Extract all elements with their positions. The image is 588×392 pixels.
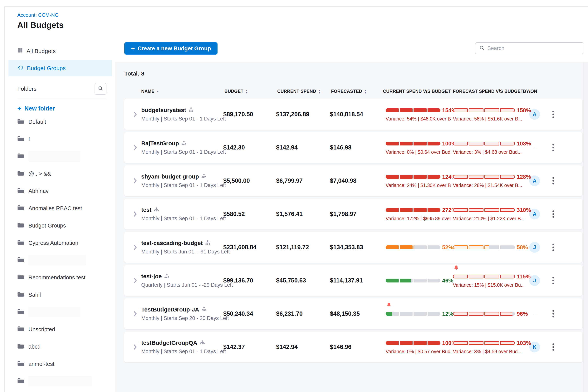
folder-item[interactable]: Abhinav xyxy=(17,182,115,200)
row-menu-button[interactable] xyxy=(545,111,582,118)
group-name: test xyxy=(141,206,152,213)
org-tree-icon xyxy=(154,207,159,213)
search-box[interactable] xyxy=(475,42,584,54)
forecasted-value: $146.96 xyxy=(330,344,386,350)
create-budget-group-button[interactable]: + Create a new Budget Group xyxy=(124,42,218,54)
table-header: NAME▼ BUDGET▲▼ CURRENT SPEND▲▼ FORECASTE… xyxy=(124,89,582,94)
owner-avatar: J xyxy=(529,275,540,286)
folder-search-button[interactable] xyxy=(94,83,106,95)
expand-chevron-icon[interactable] xyxy=(129,145,141,150)
owner-avatar: - xyxy=(529,308,540,319)
group-subtitle: Monthly | Starts Sep 01 - 1 Days Left xyxy=(141,116,223,122)
forecast-vs-budget-cell: 158% Variance: 58% | $51.6K over B... xyxy=(453,99,524,130)
budget-group-row: testBudgetGroupQA Monthly | Starts Sep 0… xyxy=(124,332,582,362)
row-menu-button[interactable] xyxy=(545,210,582,218)
expand-chevron-icon[interactable] xyxy=(129,278,141,284)
current-spend-value: $137,206.89 xyxy=(276,111,330,118)
row-menu-button[interactable] xyxy=(545,144,582,151)
expand-chevron-icon[interactable] xyxy=(129,112,141,117)
sidebar-item-budget-groups[interactable]: Budget Groups xyxy=(8,60,112,76)
forecast-vs-budget-cell: 103% Variance: 3% | $4.68 over Bud... xyxy=(453,132,524,163)
expand-chevron-icon[interactable] xyxy=(129,344,141,350)
expand-chevron-icon[interactable] xyxy=(129,244,141,250)
column-header-budget[interactable]: BUDGET▲▼ xyxy=(223,89,276,94)
forecast-spend-percent: 158% xyxy=(517,107,531,114)
forecast-spend-percent: 58% xyxy=(517,244,528,250)
folder-item[interactable]: Unscripted xyxy=(17,321,115,338)
column-header-name[interactable]: NAME▼ xyxy=(141,89,223,94)
folder-item[interactable] xyxy=(17,148,115,165)
row-menu-button[interactable] xyxy=(545,344,582,351)
current-spend-value: $121,119.72 xyxy=(276,244,330,251)
folder-item[interactable]: Anomalies RBAC test xyxy=(17,200,115,217)
group-subtitle: Monthly | Starts Sep 20 - 20 Days Left xyxy=(141,315,223,321)
folder-item[interactable]: anmol-test xyxy=(17,355,115,372)
folder-name: anmol-test xyxy=(28,361,54,367)
redacted-folder-name xyxy=(28,151,80,162)
folder-name: Budget Groups xyxy=(28,222,66,229)
org-tree-icon xyxy=(201,174,206,180)
budget-group-row: test-cascading-budget Monthly | Starts J… xyxy=(124,232,582,263)
group-subtitle: Monthly | Starts Sep 01 - 1 Days Left xyxy=(141,348,223,354)
folder-icon xyxy=(17,326,24,333)
folder-name: Cypress Automation xyxy=(28,240,78,246)
sort-descending-icon: ▼ xyxy=(156,90,159,93)
expand-chevron-icon[interactable] xyxy=(129,178,141,184)
search-icon xyxy=(98,86,104,92)
budget-value: $142.30 xyxy=(223,144,276,151)
current-vs-budget-cell: 100% Variance: 0% | $0.57 over Bud... xyxy=(386,332,453,362)
sort-icon: ▲▼ xyxy=(364,89,367,94)
folder-icon xyxy=(17,240,24,246)
current-spend-value: $142.94 xyxy=(276,144,330,151)
sidebar-item-label: All Budgets xyxy=(26,48,56,54)
forecast-variance-text: Variance: 210% | $1.22K over B... xyxy=(453,216,523,221)
folder-item[interactable]: @ . > && xyxy=(17,165,115,182)
folder-item[interactable]: Budget Groups xyxy=(17,217,115,234)
row-menu-button[interactable] xyxy=(545,177,582,184)
current-variance-text: Variance: 0% | $0.57 over Bud... xyxy=(386,349,452,354)
forecast-spend-percent: 103% xyxy=(517,340,531,346)
folder-item[interactable] xyxy=(17,304,115,321)
column-header-forecasted[interactable]: FORECASTED▲▼ xyxy=(330,89,386,94)
folder-icon xyxy=(17,257,24,264)
new-folder-button[interactable]: + New folder xyxy=(17,105,115,112)
expand-chevron-icon[interactable] xyxy=(129,211,141,217)
folder-item[interactable]: Cypress Automation xyxy=(17,234,115,252)
current-spend-value: $142.94 xyxy=(276,344,330,350)
redacted-folder-name xyxy=(28,255,86,265)
folder-item[interactable]: Default xyxy=(17,113,115,130)
column-header-forecast-vs-budget: FORECAST SPEND V/S BUDGET xyxy=(453,89,524,94)
scrollbar[interactable] xyxy=(584,62,588,392)
folder-item[interactable]: ! xyxy=(17,130,115,148)
folder-item[interactable]: Recommendations test xyxy=(17,269,115,286)
folder-name: Sahil xyxy=(28,292,41,298)
folder-item[interactable] xyxy=(17,252,115,269)
sidebar-item-all-budgets[interactable]: All Budgets xyxy=(8,43,112,59)
forecasted-value: $134,353.83 xyxy=(330,244,386,251)
row-menu-button[interactable] xyxy=(545,277,582,284)
column-header-current-spend[interactable]: CURRENT SPEND▲▼ xyxy=(276,89,330,94)
folder-item[interactable]: abcd xyxy=(17,338,115,355)
row-menu-button[interactable] xyxy=(545,244,582,251)
search-input[interactable] xyxy=(487,45,579,51)
folder-item[interactable] xyxy=(17,372,115,390)
redacted-folder-name xyxy=(28,376,92,386)
folder-name: @ . > && xyxy=(28,171,51,177)
expand-chevron-icon[interactable] xyxy=(129,311,141,317)
current-spend-bar xyxy=(386,108,440,112)
current-variance-text: Variance: 54% | $48.0K over B... xyxy=(386,116,452,122)
current-spend-bar xyxy=(386,312,440,316)
current-variance-text: Variance: 24% | $1.30K over B... xyxy=(386,182,452,188)
account-breadcrumb[interactable]: Account: CCM-NG xyxy=(17,12,588,18)
forecast-spend-bar xyxy=(453,175,515,179)
forecasted-value: $1,798.97 xyxy=(330,210,386,218)
bell-icon xyxy=(453,265,459,272)
forecast-variance-text: Variance: 3% | $4.68 over Bud... xyxy=(453,149,522,155)
forecast-spend-bar xyxy=(453,312,515,316)
forecast-vs-budget-cell: 128% Variance: 28% | $1.54K over B... xyxy=(453,166,524,196)
folder-item[interactable] xyxy=(17,390,115,392)
page-header: Account: CCM-NG All Budgets xyxy=(4,7,588,35)
row-menu-button[interactable] xyxy=(545,310,582,318)
sidebar: All Budgets Budget Groups Folders + xyxy=(4,35,115,392)
folder-item[interactable]: Sahil xyxy=(17,286,115,304)
